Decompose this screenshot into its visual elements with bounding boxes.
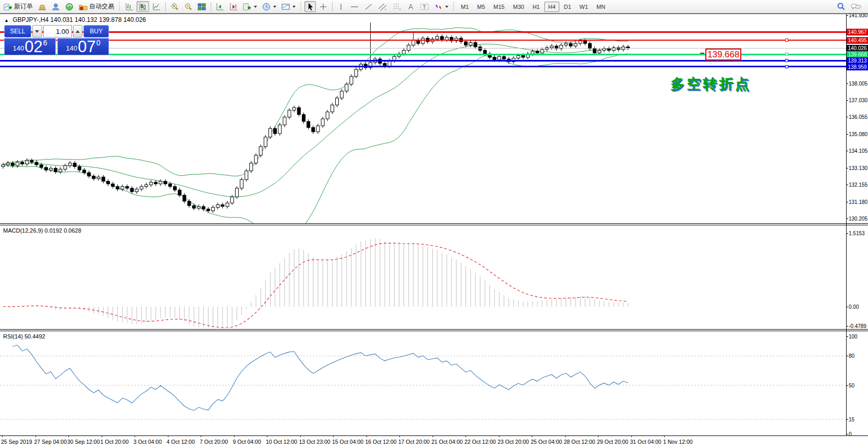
timeframe-button-m5[interactable]: M5 xyxy=(473,2,488,12)
auto-scroll-icon xyxy=(216,3,224,11)
date-label: 17 Oct 20:00 xyxy=(398,439,430,445)
date-label: 16 Oct 12:00 xyxy=(365,439,397,445)
timeframe-button-w1[interactable]: W1 xyxy=(576,2,592,12)
timeframe-button-m30[interactable]: M30 xyxy=(509,2,528,12)
date-label: 25 Sep 2019 xyxy=(1,439,32,445)
zoom-out-button[interactable] xyxy=(182,1,194,12)
horizontal-line-tool-button[interactable] xyxy=(348,1,361,12)
ask-quote[interactable]: 140 07 0 xyxy=(57,38,109,55)
horizontal-line-icon xyxy=(350,3,359,11)
periods-button[interactable] xyxy=(260,1,278,12)
vertical-line-tool-button[interactable] xyxy=(335,1,347,12)
horizontal-line-140.495[interactable] xyxy=(0,40,846,41)
line-chart-button[interactable] xyxy=(150,1,163,12)
trendline-icon xyxy=(364,3,373,11)
new-order-button[interactable]: 新订单 xyxy=(2,1,35,12)
line-handle[interactable] xyxy=(785,59,788,62)
trendline-tool-button[interactable] xyxy=(362,1,375,12)
line-handle[interactable] xyxy=(785,53,788,56)
search-icon xyxy=(837,2,846,11)
auto-scroll-button[interactable] xyxy=(214,1,226,12)
templates-button[interactable] xyxy=(279,1,298,12)
text-tool-button[interactable] xyxy=(405,1,417,12)
chart-frame-bottom xyxy=(0,435,868,436)
auto-trading-icon xyxy=(79,3,88,11)
equidistant-channel-icon xyxy=(378,3,387,11)
horizontal-line-138.959[interactable] xyxy=(0,66,846,67)
price-badge-140.967: 140.967 xyxy=(847,29,868,35)
volume-input[interactable] xyxy=(43,25,72,38)
toolbar-right-group xyxy=(834,1,867,12)
chart-shift-button[interactable] xyxy=(227,1,240,12)
price-scale-value: 138.005 xyxy=(849,81,867,87)
bid-quote[interactable]: 140 02 6 xyxy=(4,38,56,55)
timeframe-button-d1[interactable]: D1 xyxy=(560,2,575,12)
price-scale-area[interactable] xyxy=(847,14,868,446)
indicators-dropdown-caret[interactable] xyxy=(254,6,257,8)
timeframe-button-h4[interactable]: H4 xyxy=(544,2,559,12)
price-scale-tick xyxy=(846,185,848,185)
panel-separator[interactable] xyxy=(0,223,868,224)
date-label: 1 Nov 12:00 xyxy=(663,439,693,445)
one-click-trading-panel: SELL BUY 140 02 6 140 07 0 xyxy=(4,25,109,55)
symbol-period-label: GBPJPY-,H4 xyxy=(13,16,48,23)
collapse-icon[interactable]: ▲ xyxy=(4,18,9,23)
buy-button[interactable]: BUY xyxy=(83,25,109,38)
date-tick xyxy=(433,435,433,437)
rsi-scale-value: 15 xyxy=(849,417,854,422)
date-tick xyxy=(366,435,367,437)
arrows-dropdown-caret[interactable] xyxy=(445,6,448,8)
rsi-indicator-chart[interactable] xyxy=(0,331,846,435)
periods-dropdown-caret[interactable] xyxy=(273,6,276,8)
price-scale-tick xyxy=(846,202,848,202)
arrows-tool-button[interactable] xyxy=(432,1,450,12)
market-watch-button[interactable] xyxy=(36,1,48,12)
date-label: 10 Oct 12:00 xyxy=(266,439,297,445)
date-tick xyxy=(333,435,334,437)
date-label: 25 Oct 04:00 xyxy=(531,439,562,445)
candlestick-chart-button[interactable] xyxy=(137,1,149,12)
date-tick xyxy=(631,435,632,437)
horizontal-line-140.967[interactable] xyxy=(0,31,846,33)
fibonacci-tool-button[interactable] xyxy=(390,1,404,12)
timeframe-button-h1[interactable]: H1 xyxy=(529,2,543,12)
main-price-chart[interactable] xyxy=(0,14,846,223)
channel-tool-button[interactable] xyxy=(376,1,389,12)
community-button[interactable] xyxy=(50,1,62,12)
templates-dropdown-caret[interactable] xyxy=(292,6,296,8)
date-tick xyxy=(234,435,235,437)
ask-main: 07 xyxy=(78,39,95,54)
crosshair-tool-button[interactable] xyxy=(317,1,329,12)
indicators-button[interactable] xyxy=(241,1,259,12)
timeframe-button-mn[interactable]: MN xyxy=(593,2,609,12)
text-label-tool-button[interactable] xyxy=(418,1,431,12)
auto-trading-button[interactable]: 自动交易 xyxy=(77,1,116,12)
timeframe-button-m1[interactable]: M1 xyxy=(457,2,472,12)
tile-windows-button[interactable] xyxy=(195,1,208,12)
chart-annotation-text[interactable]: 多空转折点 xyxy=(670,75,751,93)
cursor-tool-button[interactable] xyxy=(304,1,316,12)
bar-chart-button[interactable] xyxy=(123,1,136,12)
sell-button[interactable]: SELL xyxy=(4,25,31,38)
macd-signal-line xyxy=(3,243,628,328)
templates-icon xyxy=(282,3,290,11)
date-tick xyxy=(168,435,168,437)
price-scale-tick xyxy=(846,151,848,151)
timeframe-button-m15[interactable]: M15 xyxy=(490,2,508,12)
volume-increase-button[interactable] xyxy=(73,25,83,38)
price-scale-value: 132.155 xyxy=(849,182,867,188)
price-tag-label[interactable]: 139.668 xyxy=(705,49,741,60)
signals-button[interactable] xyxy=(63,1,76,12)
price-scale-value: 137.030 xyxy=(849,98,867,103)
date-tick xyxy=(201,435,201,437)
volume-decrease-button[interactable] xyxy=(32,25,42,38)
search-button[interactable] xyxy=(835,1,848,12)
line-handle[interactable] xyxy=(785,39,788,42)
rsi-label: RSI(14) 50.4492 xyxy=(3,333,45,340)
zoom-in-button[interactable] xyxy=(168,1,181,12)
panel-separator[interactable] xyxy=(0,329,868,330)
line-handle[interactable] xyxy=(785,65,788,68)
macd-indicator-chart[interactable] xyxy=(0,225,846,329)
rsi-scale-tick xyxy=(846,356,848,356)
chat-button[interactable] xyxy=(849,1,863,12)
